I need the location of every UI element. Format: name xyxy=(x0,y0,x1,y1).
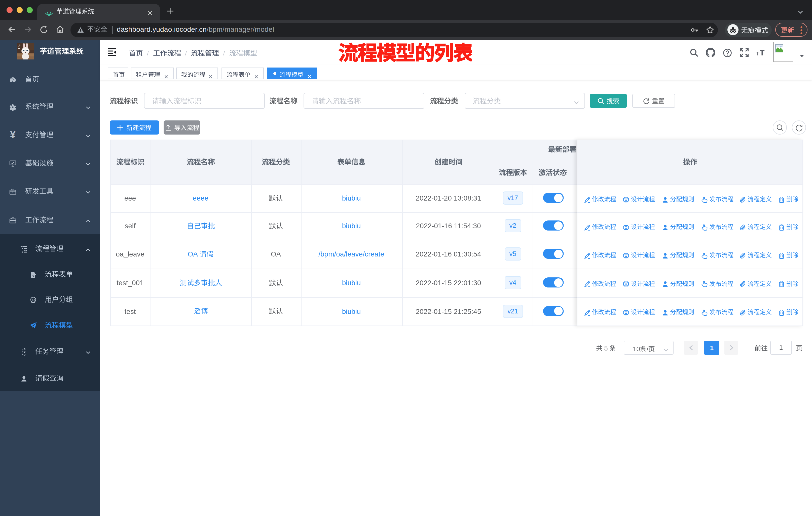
svg-text:T: T xyxy=(759,49,764,57)
svg-text:T: T xyxy=(756,51,759,57)
